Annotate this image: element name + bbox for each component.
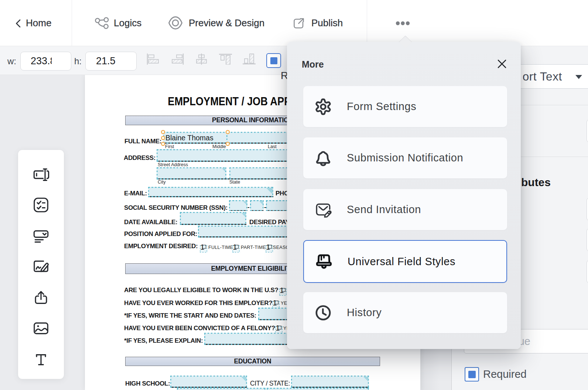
back-chevron-icon [14,18,23,28]
label-elig-q5: *IF YES, PLEASE EXPLAIN: [124,337,203,344]
close-icon[interactable] [496,58,508,70]
preview-eye-icon [168,16,183,31]
attribute-input[interactable] [587,260,588,283]
attribute-input[interactable] [587,119,588,143]
field-highschool[interactable] [170,376,247,387]
resize-handle[interactable] [161,136,165,140]
label-employment-desired: EMPLOYMENT DESIRED: [124,243,198,250]
menu-item-label: Submission Notification [347,137,463,178]
pdf-line [180,224,246,225]
upload-button[interactable] [33,289,49,306]
pdf-checkbox-square [282,288,286,292]
clock-icon [315,304,332,321]
pdf-checkbox-square [235,245,239,249]
field-fullname-middle[interactable] [228,132,292,143]
menu-item-send-invitation[interactable]: Send Invitation [303,189,507,230]
pdf-line [229,210,247,211]
menu-item-history[interactable]: History [303,292,507,333]
label-citystate: CITY / STATE: [250,380,290,387]
pdf-form-editor: { "header": { "home": "Home", "nav_logic… [0,0,588,390]
nav-publish[interactable]: Publish [311,17,343,28]
text-button[interactable] [33,351,49,368]
field-city[interactable] [157,167,226,179]
nav-preview-design[interactable]: Preview & Design [189,17,264,28]
resize-handle[interactable] [226,142,230,146]
menu-item-label: Form Settings [347,86,416,127]
resize-handle[interactable] [161,142,165,146]
align-right-icon[interactable] [171,54,184,65]
field-date-available[interactable] [180,212,246,225]
sublabel-street: Street Address [158,162,188,167]
label-highschool: HIGH SCHOOL: [125,380,170,387]
pdf-checkbox[interactable]: 1 [233,243,242,253]
field-partial[interactable] [177,388,266,390]
width-input[interactable]: 233.8 [20,52,71,71]
section-education: EDUCATION [125,357,380,366]
menu-item-submission-notification[interactable]: Submission Notification [303,137,507,178]
label-elig-q1: ARE YOU LEGALLY ELIGIBLE TO WORK IN THE … [124,287,278,294]
field-fold [363,377,368,382]
attribute-input[interactable] [587,198,588,221]
label-address: ADDRESS: [124,154,155,161]
header-divider [72,0,72,46]
label-email: E-MAIL: [124,190,147,197]
menu-item-form-settings[interactable]: Form Settings [303,86,507,127]
checklist-button[interactable] [33,196,49,213]
attribute-input[interactable] [587,228,588,252]
pdf-line [250,210,264,211]
label-elig-q3: *IF YES, WRITE THE START AND END DATES: [124,312,256,319]
image-icon [33,320,49,337]
home-button[interactable]: Home [26,17,51,28]
dropdown-button[interactable] [33,228,49,245]
select-caret-icon [575,75,582,79]
width-value: 233.8 [31,52,52,70]
bell-icon [315,150,332,167]
emp-option-label: FULL-TIME [208,245,233,250]
fill-color-swatch [270,57,277,64]
header-divider [367,0,367,46]
image-button[interactable] [33,320,49,337]
height-label: h: [74,56,82,66]
width-label: w: [7,56,16,66]
align-top-icon[interactable] [219,54,232,65]
height-input[interactable]: 21.5 [85,52,137,71]
field-email[interactable] [148,187,273,197]
logics-icon [93,13,109,31]
required-checkbox[interactable] [465,367,479,382]
fill-color-button[interactable] [266,53,281,68]
field-citystate[interactable] [291,376,369,387]
pdf-checkbox-square [278,326,281,329]
resize-handle[interactable] [226,130,230,134]
field-fold [241,377,246,382]
align-left-icon[interactable] [147,54,160,65]
text-input-button[interactable] [33,166,49,183]
pdf-checkbox[interactable]: 1 [200,243,209,253]
label-fullname: FULL NAME: [124,138,161,145]
align-bottom-icon[interactable] [243,54,256,65]
sublabel-last: Last [268,144,277,149]
required-label: Required [483,367,527,382]
ssn-dash: - [264,203,266,211]
field-type-value: Short Text [523,65,562,88]
signature-icon [33,258,49,275]
checkbox-check [468,371,476,378]
field-fold [242,213,246,217]
pdf-checkbox[interactable]: 1 [273,299,281,308]
pdf-checkbox-square [275,301,278,304]
align-center-horizontal-icon[interactable] [195,54,208,65]
field-partial[interactable] [267,388,369,390]
pdf-checkbox-square [202,245,206,249]
menu-item-label: History [347,292,382,333]
nav-logics[interactable]: Logics [114,17,141,28]
dropdown-icon [33,228,49,245]
more-dots-button[interactable] [396,20,410,27]
signature-button[interactable] [33,258,49,275]
menu-item-universal-field-styles[interactable]: Universal Field Styles [303,240,507,283]
emp-option-label: PART-TIME [241,245,266,250]
fullname-value[interactable]: Blaine Thomas [165,132,213,143]
label-ssn: SOCIAL SECURITY NUMBER (SSN): [124,204,228,211]
resize-handle[interactable] [161,130,165,134]
upload-icon [33,289,49,306]
field-fold [259,201,263,205]
label-date-available: DATE AVAILABLE: [124,219,177,226]
